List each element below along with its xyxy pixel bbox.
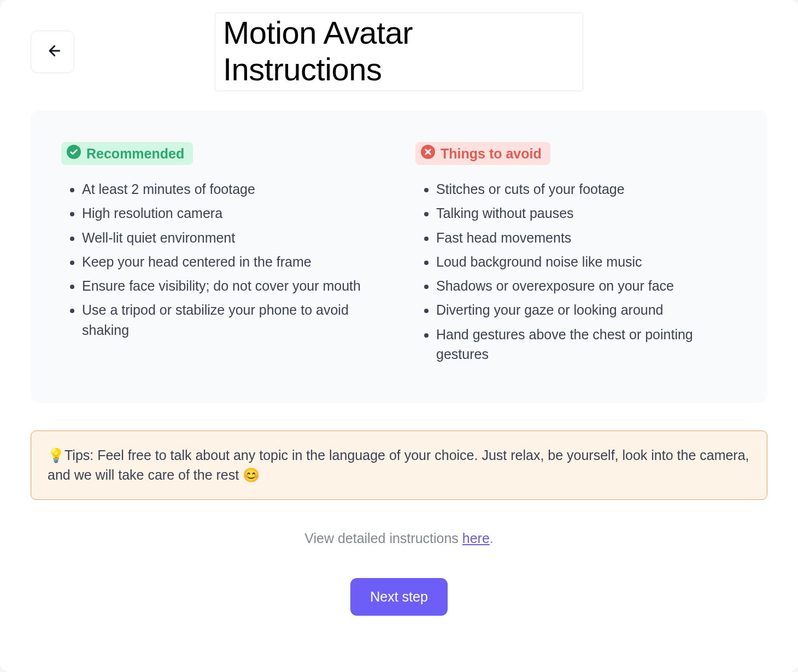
list-item: At least 2 minutes of footage — [82, 179, 383, 199]
list-item: Diverting your gaze or looking around — [436, 300, 737, 320]
avoid-badge: Things to avoid — [415, 142, 550, 165]
list-item: Loud background noise like music — [436, 252, 737, 272]
recommended-list: At least 2 minutes of footage High resol… — [61, 179, 383, 340]
avoid-label: Things to avoid — [441, 146, 542, 162]
list-item: Ensure face visibility; do not cover you… — [82, 276, 383, 296]
avoid-column: Things to avoid Stitches or cuts of your… — [415, 142, 737, 368]
list-item: Talking without pauses — [436, 203, 737, 223]
next-button-row: Next step — [31, 578, 767, 616]
avoid-list: Stitches or cuts of your footage Talking… — [415, 179, 737, 364]
detailed-instructions-row: View detailed instructions here. — [31, 530, 767, 546]
page-title: Motion Avatar Instructions — [215, 13, 583, 91]
list-item: Well-lit quiet environment — [82, 228, 383, 247]
back-button[interactable] — [31, 31, 74, 73]
svg-point-0 — [67, 145, 81, 159]
recommended-label: Recommended — [86, 146, 184, 162]
list-item: Fast head movements — [436, 228, 737, 247]
detailed-prefix: View detailed instructions — [304, 530, 462, 546]
list-item: Hand gestures above the chest or pointin… — [436, 325, 737, 364]
recommended-column: Recommended At least 2 minutes of footag… — [61, 142, 383, 368]
next-step-button[interactable]: Next step — [350, 578, 448, 616]
list-item: Shadows or overexposure on your face — [436, 276, 737, 296]
check-circle-icon — [67, 145, 81, 162]
list-item: High resolution camera — [82, 203, 383, 223]
list-item: Keep your head centered in the frame — [82, 252, 383, 272]
detailed-link[interactable]: here — [462, 530, 490, 546]
detailed-suffix: . — [490, 530, 494, 546]
arrow-left-icon — [44, 43, 61, 61]
instructions-card: Motion Avatar Instructions Recommended A… — [0, 0, 798, 672]
list-item: Use a tripod or stabilize your phone to … — [82, 300, 383, 340]
tips-text: 💡Tips: Feel free to talk about any topic… — [48, 447, 749, 482]
x-circle-icon — [421, 145, 435, 162]
guidelines-panel: Recommended At least 2 minutes of footag… — [31, 110, 767, 403]
list-item: Stitches or cuts of your footage — [436, 179, 737, 199]
header-row: Motion Avatar Instructions — [31, 31, 767, 73]
tips-callout: 💡Tips: Feel free to talk about any topic… — [31, 431, 767, 500]
recommended-badge: Recommended — [61, 142, 193, 165]
